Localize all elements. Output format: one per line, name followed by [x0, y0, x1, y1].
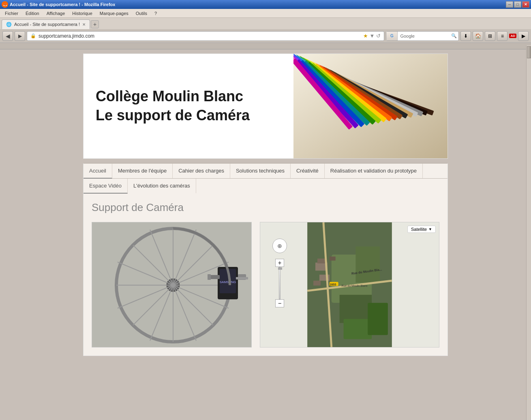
search-input[interactable]: Google: [398, 34, 451, 38]
nav-row-1: Accueil Membres de l'équipe Cahier des c…: [84, 164, 447, 179]
window-title: Accueil - Site de supportcamera ! - Mozi…: [10, 2, 115, 7]
title-bar: 🦊 Accueil - Site de supportcamera ! - Mo…: [0, 0, 531, 9]
zoom-slider-thumb: [278, 267, 282, 270]
menu-help[interactable]: ?: [151, 10, 160, 17]
settings-button[interactable]: ≡: [497, 31, 507, 41]
search-bar[interactable]: G Google 🔍: [386, 31, 459, 41]
minimize-button[interactable]: ─: [506, 1, 513, 8]
ad-badge: AD: [509, 34, 516, 38]
menu-bar: Fichier Édition Affichage Historique Mar…: [0, 9, 531, 18]
menu-fichier[interactable]: Fichier: [2, 10, 21, 17]
svg-rect-74: [344, 319, 372, 339]
url-text: supportcamera.jimdo.com: [39, 33, 94, 39]
url-bar-icons: ★ ▼ ↺: [363, 33, 381, 39]
zoom-slider[interactable]: [279, 267, 280, 299]
map-zoom-control: + −: [275, 259, 284, 307]
page-background: Collège Moulin Blanc Le support de Camér…: [0, 49, 531, 394]
extra-button[interactable]: ▶: [518, 31, 529, 41]
title-bar-left: 🦊 Accueil - Site de supportcamera ! - Mo…: [2, 1, 115, 8]
camera-svg: SAMSUNG: [92, 222, 252, 348]
nav-item-cahier[interactable]: Cahier des charges: [173, 164, 230, 178]
nav-item-solutions[interactable]: Solutions techniques: [230, 164, 291, 178]
header-banner: Collège Moulin Blanc Le support de Camér…: [83, 53, 448, 159]
tab-title: Accueil - Site de supportcamera !: [14, 22, 80, 27]
nav-item-espace-video[interactable]: Espace Vidéo: [84, 179, 128, 194]
download-button[interactable]: ⬇: [460, 31, 471, 41]
menu-outils[interactable]: Outils: [133, 10, 150, 17]
new-tab-button[interactable]: +: [91, 20, 99, 28]
search-engine-icon[interactable]: G: [386, 32, 398, 41]
menu-marque-pages[interactable]: Marque-pages: [96, 10, 132, 17]
zoom-in-button[interactable]: +: [275, 259, 284, 267]
svg-rect-64: [317, 258, 325, 263]
svg-rect-58: [236, 277, 248, 279]
svg-rect-65: [330, 256, 336, 260]
pencils-svg: [293, 54, 447, 159]
rss-icon[interactable]: ▼: [370, 33, 375, 39]
toolbar-right: ⬇ 🏠 ⊞ ≡ AD ▶: [460, 31, 529, 41]
close-button[interactable]: ✕: [522, 1, 529, 8]
svg-rect-75: [368, 303, 388, 335]
search-magnifier-icon[interactable]: 🔍: [451, 33, 458, 38]
map-pan-icon: ⊕: [277, 243, 282, 249]
map-toolbar: Satellite ▼: [407, 226, 436, 233]
nav-item-membres[interactable]: Membres de l'équipe: [112, 164, 173, 178]
svg-rect-62: [355, 247, 380, 283]
nav-item-realisation[interactable]: Réalisation et validation du prototype: [325, 164, 423, 178]
svg-rect-67: [313, 281, 321, 286]
banner-text-area: Collège Moulin Blanc Le support de Camér…: [84, 54, 293, 158]
maximize-button[interactable]: □: [514, 1, 521, 8]
svg-rect-55: [210, 275, 220, 279]
refresh-icon[interactable]: ↺: [376, 33, 381, 39]
forward-button[interactable]: ▶: [15, 31, 25, 41]
map-container: Rue du Moulin Bla... Rue du Moulin Blanc…: [260, 222, 439, 348]
address-bar: ◀ ▶ 🔒 supportcamera.jimdo.com ★ ▼ ↺ G Go…: [0, 29, 531, 43]
nav-area: Accueil Membres de l'équipe Cahier des c…: [83, 163, 448, 193]
svg-text:3955: 3955: [330, 283, 336, 286]
nav-item-creativite[interactable]: Créativité: [291, 164, 325, 178]
camera-image: SAMSUNG: [92, 222, 252, 348]
svg-rect-56: [208, 274, 211, 280]
satellite-label: Satellite: [411, 227, 427, 232]
map-dropdown-icon[interactable]: ▼: [428, 227, 432, 231]
main-content: Support de Caméra: [83, 193, 448, 356]
menu-historique[interactable]: Historique: [69, 10, 96, 17]
tab-close-button[interactable]: ✕: [82, 22, 86, 27]
nav-row-2: Espace Vidéo L'évolution des caméras: [84, 179, 447, 193]
banner-title-line2: Le support de Caméra: [96, 106, 281, 125]
back-button[interactable]: ◀: [2, 31, 13, 41]
url-bar[interactable]: 🔒 supportcamera.jimdo.com ★ ▼ ↺: [27, 31, 384, 41]
scrollbar-thumb[interactable]: [527, 46, 531, 58]
menu-edition[interactable]: Édition: [22, 10, 43, 17]
tab-icon: 🌐: [6, 22, 12, 27]
banner-pencils-image: [293, 54, 447, 159]
home-button[interactable]: 🏠: [473, 31, 483, 41]
content-row: SAMSUNG: [92, 222, 439, 348]
scrollbar[interactable]: [526, 45, 531, 420]
zoom-out-button[interactable]: −: [275, 299, 284, 307]
svg-text:Rue du Moulin Blanc: Rue du Moulin Blanc: [342, 284, 368, 287]
secure-icon: 🔒: [30, 33, 36, 38]
map-svg: Rue du Moulin Bla... Rue du Moulin Blanc…: [260, 222, 439, 347]
firefox-icon: 🦊: [2, 1, 8, 8]
menu-affichage[interactable]: Affichage: [43, 10, 69, 17]
svg-text:SAMSUNG: SAMSUNG: [220, 280, 236, 284]
section-title: Support de Caméra: [92, 201, 439, 214]
content-wrapper: Collège Moulin Blanc Le support de Camér…: [79, 53, 452, 356]
active-tab[interactable]: 🌐 Accueil - Site de supportcamera ! ✕: [2, 19, 90, 29]
window-controls[interactable]: ─ □ ✕: [506, 1, 529, 8]
nav-item-evolution[interactable]: L'évolution des caméras: [128, 179, 196, 193]
banner-title-line1: Collège Moulin Blanc: [96, 87, 281, 106]
more-button[interactable]: ⊞: [485, 31, 495, 41]
tab-bar: 🌐 Accueil - Site de supportcamera ! ✕ +: [0, 18, 531, 29]
bookmark-star-icon[interactable]: ★: [363, 33, 368, 39]
nav-item-accueil[interactable]: Accueil: [84, 164, 112, 179]
banner-title: Collège Moulin Blanc Le support de Camér…: [96, 87, 281, 125]
svg-rect-61: [340, 295, 372, 323]
secondary-bar: »: [0, 43, 531, 49]
map-navigation-control[interactable]: ⊕: [272, 239, 287, 253]
